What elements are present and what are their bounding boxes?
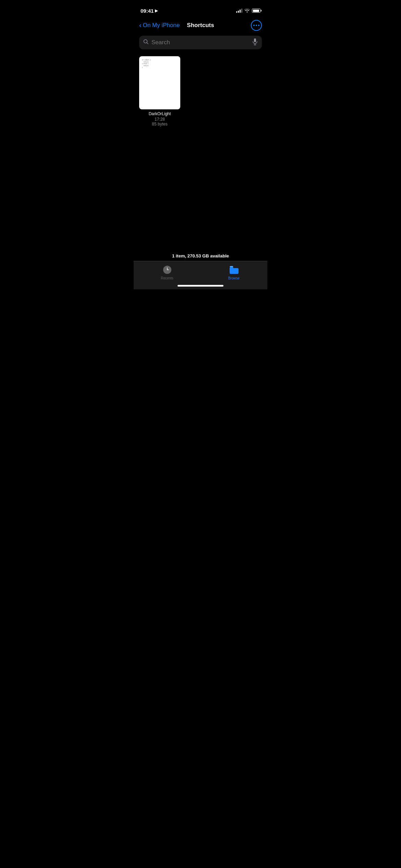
file-thumbnail: if isDark { return } else { return } xyxy=(139,56,180,109)
search-bar[interactable] xyxy=(139,36,262,49)
nav-header: ‹ On My iPhone Shortcuts xyxy=(134,16,267,34)
page-title: Shortcuts xyxy=(187,22,214,29)
signal-bar-4 xyxy=(241,9,242,13)
wifi-icon xyxy=(244,8,250,13)
file-preview-text: if isDark { return } else { return } xyxy=(141,58,178,69)
signal-bar-1 xyxy=(236,11,237,13)
storage-info: 1 item, 270.53 GB available xyxy=(134,253,267,258)
signal-bar-2 xyxy=(238,11,239,13)
signal-bars xyxy=(236,9,242,13)
browse-tab-label: Browse xyxy=(228,276,240,280)
file-size: 85 bytes xyxy=(152,122,167,126)
battery-fill xyxy=(253,10,259,12)
back-label: On My iPhone xyxy=(143,22,180,29)
recents-icon xyxy=(162,265,172,275)
browse-icon xyxy=(229,265,239,275)
search-icon xyxy=(143,39,149,46)
status-bar: 09:41 ▶ xyxy=(134,0,267,16)
status-time: 09:41 ▶ xyxy=(141,8,158,14)
file-name: DarkOrLight xyxy=(149,111,171,116)
more-button[interactable] xyxy=(251,20,262,31)
list-item[interactable]: if isDark { return } else { return } Dar… xyxy=(139,56,180,126)
location-icon: ▶ xyxy=(155,9,158,13)
tab-recents[interactable]: Recents xyxy=(154,265,181,280)
time-display: 09:41 xyxy=(141,8,154,14)
status-icons xyxy=(236,8,260,13)
tab-browse[interactable]: Browse xyxy=(220,265,248,280)
back-button[interactable]: ‹ On My iPhone xyxy=(139,22,180,29)
signal-bar-3 xyxy=(240,10,241,13)
home-indicator xyxy=(178,285,223,287)
battery-icon xyxy=(252,9,260,13)
file-grid: if isDark { return } else { return } Dar… xyxy=(134,53,267,129)
more-dots-icon xyxy=(253,25,259,26)
file-time: 17:28 xyxy=(155,117,165,122)
microphone-icon[interactable] xyxy=(252,38,258,47)
back-chevron-icon: ‹ xyxy=(139,21,142,29)
search-input[interactable] xyxy=(151,39,250,46)
svg-rect-1 xyxy=(254,38,256,42)
recents-tab-label: Recents xyxy=(161,276,173,280)
